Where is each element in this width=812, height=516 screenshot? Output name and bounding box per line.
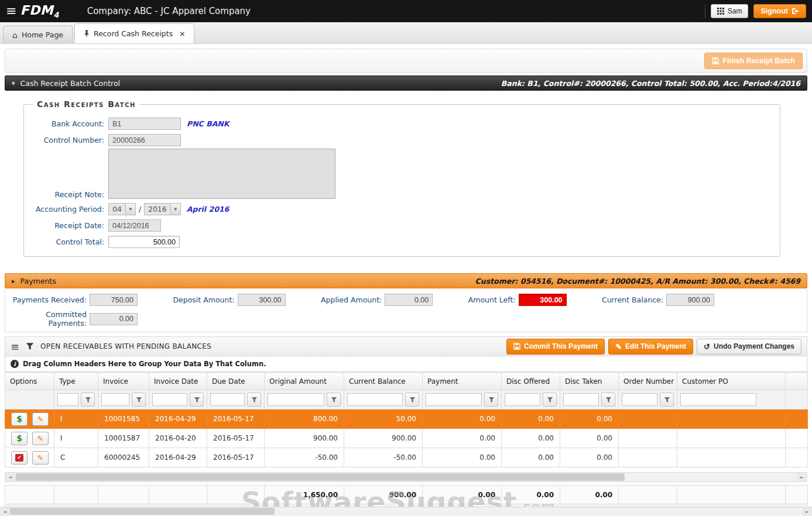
table-row[interactable]: $ ✎ I 10001587 2016-04-20 2016-05-17 900… xyxy=(5,429,808,448)
payments-received-input[interactable] xyxy=(90,294,138,306)
filter-icon[interactable] xyxy=(26,342,34,350)
filter-button-disc-taken[interactable] xyxy=(601,393,615,407)
undo-payment-changes-button[interactable]: ↺ Undo Payment Changes xyxy=(697,339,801,355)
tab-record-cash-receipts[interactable]: Record Cash Receipts × xyxy=(74,23,194,43)
invoice-cell[interactable]: 10001585 xyxy=(98,410,149,429)
filter-button-payment[interactable] xyxy=(484,393,498,407)
type-cell[interactable]: I xyxy=(54,429,98,448)
invoice-cell[interactable]: 10001587 xyxy=(98,429,149,448)
column-header-original-amount[interactable]: Original Amount xyxy=(265,373,344,390)
amount-left-input[interactable] xyxy=(519,294,567,306)
user-menu-button[interactable]: Sam xyxy=(711,4,749,18)
table-row[interactable]: $ ✎ I 10001585 2016-04-29 2016-05-17 800… xyxy=(5,410,808,429)
filter-input-invoice-date[interactable] xyxy=(152,393,187,406)
filter-input-invoice[interactable] xyxy=(101,393,129,406)
batch-control-section-bar[interactable]: ▾ Cash Receipt Batch Control Bank: B1, C… xyxy=(5,75,807,91)
period-year-select[interactable]: 2016 ▼ xyxy=(144,203,181,215)
disc-taken-cell[interactable]: 0.00 xyxy=(560,410,619,429)
scrollbar-thumb[interactable] xyxy=(10,508,275,515)
disc-taken-cell[interactable]: 0.00 xyxy=(560,448,619,467)
scroll-left-arrow[interactable]: ◄ xyxy=(0,507,10,516)
due-date-cell[interactable]: 2016-05-17 xyxy=(207,410,265,429)
type-cell[interactable]: I xyxy=(54,410,98,429)
table-row[interactable]: ✔ ✎ C 60000245 2016-04-29 2016-05-17 -50… xyxy=(5,448,808,467)
filter-button-order-number[interactable] xyxy=(660,393,674,407)
filter-input-customer-po[interactable] xyxy=(680,393,756,406)
tab-home-page[interactable]: ⌂ Home Page xyxy=(3,26,73,43)
bank-account-input[interactable] xyxy=(108,118,181,130)
period-month-select[interactable]: 04 ▼ xyxy=(108,203,136,215)
current-balance-cell[interactable]: 50.00 xyxy=(344,410,423,429)
filter-button-type[interactable] xyxy=(81,393,95,407)
payment-cell[interactable]: 0.00 xyxy=(423,429,502,448)
filter-input-due-date[interactable] xyxy=(210,393,245,406)
due-date-cell[interactable]: 2016-05-17 xyxy=(207,429,265,448)
filter-input-order-number[interactable] xyxy=(622,393,657,406)
current-balance-cell[interactable]: -50.00 xyxy=(344,448,423,467)
column-header-customer-po[interactable]: Customer PO xyxy=(677,373,786,390)
filter-button-disc-offered[interactable] xyxy=(543,393,557,407)
signout-button[interactable]: Signout xyxy=(753,4,806,18)
committed-check-button[interactable]: ✔ xyxy=(11,451,28,465)
customer-po-cell[interactable] xyxy=(677,429,786,448)
filter-button-invoice-date[interactable] xyxy=(190,393,204,407)
filter-input-disc-taken[interactable] xyxy=(563,393,599,406)
disc-offered-cell[interactable]: 0.00 xyxy=(502,429,560,448)
due-date-cell[interactable]: 2016-05-17 xyxy=(207,448,265,467)
disc-taken-cell[interactable]: 0.00 xyxy=(560,429,619,448)
disc-offered-cell[interactable]: 0.00 xyxy=(502,410,560,429)
column-header-disc-taken[interactable]: Disc Taken xyxy=(560,373,619,390)
menu-icon[interactable]: ≡ xyxy=(6,5,16,18)
filter-button-current-balance[interactable] xyxy=(405,393,419,407)
order-number-cell[interactable] xyxy=(619,429,677,448)
payment-cell[interactable]: 0.00 xyxy=(423,410,502,429)
order-number-cell[interactable] xyxy=(619,448,677,467)
committed-payments-input[interactable] xyxy=(90,313,138,325)
column-header-current-balance[interactable]: Current Balance xyxy=(344,373,423,390)
filter-button-invoice[interactable] xyxy=(132,393,146,407)
disc-offered-cell[interactable]: 0.00 xyxy=(502,448,560,467)
edit-payment-button[interactable]: ✎ Edit This Payment xyxy=(608,339,693,355)
invoice-date-cell[interactable]: 2016-04-29 xyxy=(149,448,207,467)
apply-payment-button[interactable]: $ xyxy=(11,412,28,426)
filter-input-type[interactable] xyxy=(57,393,78,406)
original-amount-cell[interactable]: 800.00 xyxy=(265,410,344,429)
expand-caret-icon[interactable]: ▸ xyxy=(12,277,15,285)
column-header-due-date[interactable]: Due Date xyxy=(207,373,265,390)
grid-menu-icon[interactable]: ≡ xyxy=(11,340,19,353)
receipt-date-input[interactable] xyxy=(108,219,161,232)
original-amount-cell[interactable]: -50.00 xyxy=(265,448,344,467)
invoice-date-cell[interactable]: 2016-04-20 xyxy=(149,429,207,448)
deposit-amount-input[interactable] xyxy=(238,294,286,306)
column-header-type[interactable]: Type xyxy=(54,373,98,390)
customer-po-cell[interactable] xyxy=(677,448,786,467)
column-header-disc-offered[interactable]: Disc Offered xyxy=(502,373,560,390)
scrollbar-thumb[interactable] xyxy=(16,473,625,481)
finish-receipt-batch-button[interactable]: Finish Receipt Batch xyxy=(704,53,803,69)
invoice-cell[interactable]: 60000245 xyxy=(98,448,149,467)
close-tab-icon[interactable]: × xyxy=(179,30,185,38)
filter-button-original-amount[interactable] xyxy=(327,393,341,407)
type-cell[interactable]: C xyxy=(54,448,98,467)
payments-section-bar[interactable]: ▸ Payments Customer: 054516, Document#: … xyxy=(5,273,807,288)
original-amount-cell[interactable]: 900.00 xyxy=(265,429,344,448)
filter-input-current-balance[interactable] xyxy=(347,393,403,406)
commit-payment-button[interactable]: Commit This Payment xyxy=(506,339,605,355)
filter-input-original-amount[interactable] xyxy=(268,393,324,406)
column-header-invoice-date[interactable]: Invoice Date xyxy=(149,373,207,390)
control-total-input[interactable] xyxy=(108,236,180,248)
receipt-note-input[interactable] xyxy=(108,149,335,199)
apply-payment-button[interactable]: $ xyxy=(11,432,28,445)
control-number-input[interactable] xyxy=(108,134,181,146)
filter-button-due-date[interactable] xyxy=(247,393,261,407)
edit-row-button[interactable]: ✎ xyxy=(32,432,49,445)
current-balance-cell[interactable]: 900.00 xyxy=(344,429,423,448)
column-header-order-number[interactable]: Order Number xyxy=(619,373,677,390)
filter-input-disc-offered[interactable] xyxy=(505,393,540,406)
edit-row-button[interactable]: ✎ xyxy=(32,412,49,426)
column-header-invoice[interactable]: Invoice xyxy=(98,373,149,390)
payment-cell[interactable]: 0.00 xyxy=(423,448,502,467)
column-header-payment[interactable]: Payment xyxy=(423,373,502,390)
order-number-cell[interactable] xyxy=(619,410,677,429)
current-balance-input[interactable] xyxy=(666,294,714,306)
